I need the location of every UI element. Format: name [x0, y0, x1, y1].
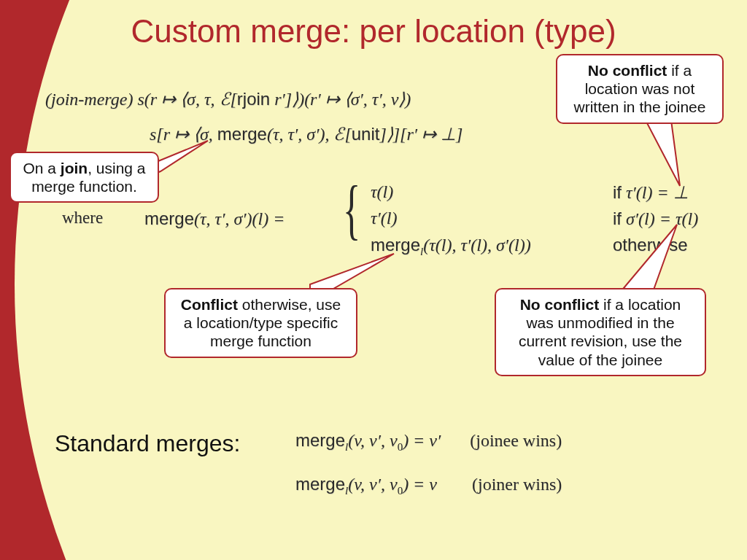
formula-keyword: unit [352, 124, 380, 144]
standard-merge-2: mergel(v, v′, v0) = v (joiner wins) [295, 474, 562, 497]
slide-content: Custom merge: per location (type) (join-… [0, 0, 747, 560]
formula-part: (v, v′, v [348, 475, 397, 494]
case-1: τ(l) [371, 182, 393, 202]
subscript: 0 [398, 485, 403, 497]
formula-part: r′]⟩)(r′ ↦ ⟨σ′, τ′, v⟩) [270, 90, 411, 109]
callout-bold: No conflict [588, 62, 667, 79]
formula-keyword: rjoin [237, 89, 270, 109]
callout-bold: join [61, 160, 88, 176]
callout-join: On a join, using a merge function. [9, 152, 159, 203]
brace-icon: { [343, 171, 360, 248]
callout-pointer-icon [620, 117, 686, 190]
formula-join-merge-1: (join-merge) s(r ↦ ⟨σ, τ, ℰ[rjoin r′]⟩)(… [45, 89, 411, 109]
where-label: where [62, 209, 103, 228]
svg-marker-3 [624, 225, 677, 292]
formula-part: (τ(l), τ′(l), σ′(l)) [423, 236, 530, 254]
callout-pointer-icon [613, 222, 686, 295]
formula-part: ]⟩][r′ ↦ ⊥] [379, 125, 462, 144]
subheading-standard-merges: Standard merges: [55, 430, 240, 457]
svg-marker-1 [646, 120, 680, 186]
callout-no-conflict-joinee: No conflict if a location was not writte… [556, 54, 724, 124]
formula-part: (v, v′, v [348, 431, 397, 450]
formula-keyword: merge [144, 209, 194, 228]
subscript: 0 [398, 441, 403, 453]
callout-bold: Conflict [181, 296, 238, 313]
formula-part: (τ, τ′, σ′), ℰ[ [267, 125, 352, 144]
callout-conflict: Conflict otherwise, use a location/type … [164, 288, 357, 358]
formula-note: (joiner wins) [472, 475, 562, 494]
formula-part: (τ, τ′, σ′)(l) = [194, 209, 285, 228]
formula-part: ) = v [403, 475, 437, 494]
formula-part: s(r ↦ ⟨σ, τ, ℰ[ [133, 90, 236, 109]
standard-merge-1: mergel(v, v′, v0) = v′ (joinee wins) [295, 430, 562, 454]
callout-text: On a [23, 160, 60, 176]
rule-name: (join-merge) [45, 90, 133, 109]
formula-keyword: merge [295, 474, 345, 494]
formula-part: ) = v′ [403, 431, 441, 450]
page-title: Custom merge: per location (type) [0, 13, 747, 50]
formula-keyword: merge [295, 430, 345, 450]
formula-note: (joinee wins) [470, 431, 562, 450]
merge-definition-head: merge(τ, τ′, σ′)(l) = [144, 209, 285, 229]
callout-bold: No conflict [520, 296, 600, 313]
svg-marker-2 [310, 254, 394, 292]
callout-no-conflict-current: No conflict if a location was unmodified… [495, 288, 706, 376]
case-2: τ′(l) [371, 209, 398, 228]
